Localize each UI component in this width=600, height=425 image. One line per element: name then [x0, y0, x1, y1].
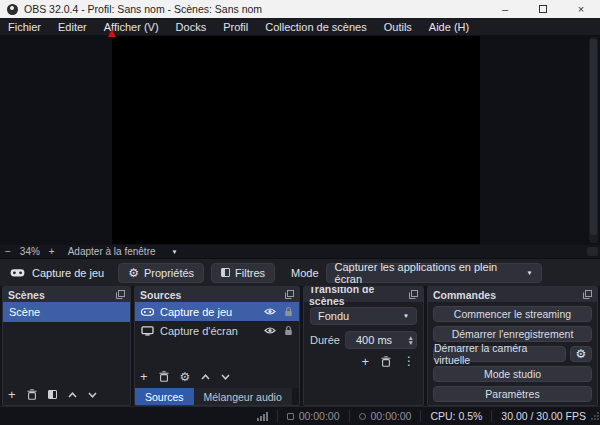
add-scene-button[interactable]: +	[8, 388, 16, 401]
gamepad-icon	[10, 268, 25, 278]
menu-aide[interactable]: Aide (H)	[429, 21, 469, 33]
preview-zoom-bar: − 34% + Adapter à la fenêtre ▼	[0, 245, 600, 259]
scene-name: Scène	[9, 306, 40, 318]
add-source-button[interactable]: +	[140, 370, 148, 383]
fps-indicator: 30.00 / 30.00 FPS	[492, 410, 600, 422]
sources-panel-header[interactable]: Sources	[135, 287, 299, 302]
stream-status-icon	[287, 413, 294, 420]
gear-icon: ⚙	[128, 267, 139, 279]
maximize-icon	[539, 5, 547, 13]
virtual-camera-settings-button[interactable]: ⚙	[570, 346, 592, 362]
scrollbar-corner	[587, 247, 598, 256]
dock-panels: Scènes Scène +	[0, 286, 600, 406]
popout-icon[interactable]	[409, 290, 418, 299]
scenes-panel: Scènes Scène +	[2, 286, 131, 406]
menu-fichier[interactable]: Fichier	[8, 21, 41, 33]
sources-panel: Sources Capture de jeu Capture d'écran	[134, 286, 300, 406]
popout-icon[interactable]	[116, 290, 125, 299]
settings-button[interactable]: Paramètres	[433, 386, 592, 402]
fit-dropdown-arrow-icon[interactable]: ▼	[172, 249, 178, 255]
scene-list-item[interactable]: Scène	[3, 302, 130, 322]
menu-editer[interactable]: Editer	[58, 21, 87, 33]
mode-label: Mode	[291, 267, 319, 279]
close-button[interactable]: ×	[562, 0, 600, 18]
start-recording-button[interactable]: Démarrer l'enregistrement	[433, 326, 592, 342]
sources-toolbar: + ⚙	[140, 370, 230, 383]
visibility-eye-icon[interactable]	[264, 326, 276, 335]
scene-filters-icon	[48, 390, 57, 399]
start-virtual-camera-button[interactable]: Démarrer la caméra virtuelle	[433, 346, 566, 362]
stream-time: 00:00:00	[299, 410, 340, 422]
move-scene-down-button[interactable]	[88, 392, 97, 398]
minimize-button[interactable]: –	[486, 0, 524, 18]
filters-button[interactable]: Filtres	[211, 263, 275, 283]
transition-toolbar: + ⋮	[310, 354, 417, 368]
remove-source-button[interactable]	[159, 371, 169, 382]
record-status-icon	[359, 413, 366, 420]
menu-collection-de-scenes[interactable]: Collection de scènes	[265, 21, 367, 33]
transition-select[interactable]: Fondu ▼	[310, 307, 417, 325]
spinner-arrows[interactable]: ▲▼	[408, 335, 414, 345]
sources-dock-tabs: Sources Mélangeur audio	[135, 388, 299, 405]
obs-window: OBS 32.0.4 - Profil: Sans nom - Scènes: …	[0, 0, 600, 425]
commands-panel: Commandes Commencer le streaming Démarre…	[427, 286, 598, 406]
fit-to-window-label[interactable]: Adapter à la fenêtre	[68, 246, 156, 257]
zoom-in-button[interactable]: +	[44, 246, 60, 257]
capture-mode-select[interactable]: Capturer les applications en plein écran…	[326, 263, 542, 283]
commands-panel-header[interactable]: Commandes	[428, 287, 597, 302]
menu-docks[interactable]: Docks	[176, 21, 207, 33]
start-streaming-button[interactable]: Commencer le streaming	[433, 306, 592, 322]
preview-vertical-scrollbar-thumb[interactable]	[590, 39, 597, 235]
source-properties-gear-button[interactable]: ⚙	[180, 371, 191, 383]
transition-panel-body: Fondu ▼ Durée 400 ms ▲▼ + ⋮	[304, 302, 423, 405]
gamepad-icon	[141, 308, 154, 316]
window-title: OBS 32.0.4 - Profil: Sans nom - Scènes: …	[24, 3, 262, 15]
source-context-toolbar: Capture de jeu ⚙ Propriétés Filtres Mode…	[0, 259, 600, 286]
preview-area[interactable]	[0, 36, 600, 245]
scenes-list: Scène +	[3, 302, 130, 405]
source-list-item[interactable]: Capture de jeu	[135, 302, 299, 321]
scenes-panel-header[interactable]: Scènes	[3, 287, 130, 302]
tab-melangeur-audio[interactable]: Mélangeur audio	[194, 388, 292, 405]
spin-down-icon[interactable]: ▼	[408, 340, 414, 345]
remove-scene-button[interactable]	[27, 389, 37, 400]
transition-panel-header[interactable]: Transition de scènes	[304, 287, 423, 302]
monitor-icon	[141, 326, 154, 336]
lock-icon[interactable]	[284, 325, 293, 336]
scenes-panel-title: Scènes	[8, 289, 45, 301]
properties-button[interactable]: ⚙ Propriétés	[118, 263, 204, 283]
maximize-button[interactable]	[524, 0, 562, 18]
preview-vertical-scrollbar[interactable]	[589, 37, 598, 243]
menubar: Fichier Editer Afficher (V) Docks Profil…	[0, 18, 600, 36]
remove-transition-button[interactable]	[381, 356, 391, 367]
popout-icon[interactable]	[583, 290, 592, 299]
menu-profil[interactable]: Profil	[223, 21, 248, 33]
popout-icon[interactable]	[285, 290, 294, 299]
chevron-down-icon: ▼	[403, 313, 409, 319]
visibility-eye-icon[interactable]	[264, 307, 276, 316]
source-list-item[interactable]: Capture d'écran	[135, 321, 299, 340]
resize-grip[interactable]	[591, 406, 599, 424]
capture-mode-value: Capturer les applications en plein écran	[335, 261, 527, 285]
scene-filters-button[interactable]	[48, 390, 57, 399]
tab-sources[interactable]: Sources	[135, 388, 194, 405]
zoom-out-button[interactable]: −	[0, 246, 16, 257]
move-scene-up-button[interactable]	[68, 392, 77, 398]
commands-panel-title: Commandes	[433, 289, 496, 301]
titlebar: OBS 32.0.4 - Profil: Sans nom - Scènes: …	[0, 0, 600, 18]
menu-outils[interactable]: Outils	[384, 21, 412, 33]
scenes-toolbar: +	[8, 388, 97, 401]
move-source-up-button[interactable]	[201, 374, 210, 380]
studio-mode-button[interactable]: Mode studio	[433, 366, 592, 382]
filters-icon	[221, 268, 230, 277]
transition-panel: Transition de scènes Fondu ▼ Durée 400 m…	[303, 286, 424, 406]
transition-value: Fondu	[318, 310, 349, 322]
duration-spinner[interactable]: 400 ms ▲▼	[345, 331, 417, 349]
commands-panel-body: Commencer le streaming Démarrer l'enregi…	[428, 302, 597, 406]
move-source-down-button[interactable]	[221, 374, 230, 380]
add-transition-button[interactable]: +	[361, 355, 369, 368]
chevron-down-icon: ▼	[527, 270, 533, 276]
preview-canvas[interactable]	[112, 36, 480, 244]
transition-menu-button[interactable]: ⋮	[403, 354, 415, 368]
lock-icon[interactable]	[284, 306, 293, 317]
